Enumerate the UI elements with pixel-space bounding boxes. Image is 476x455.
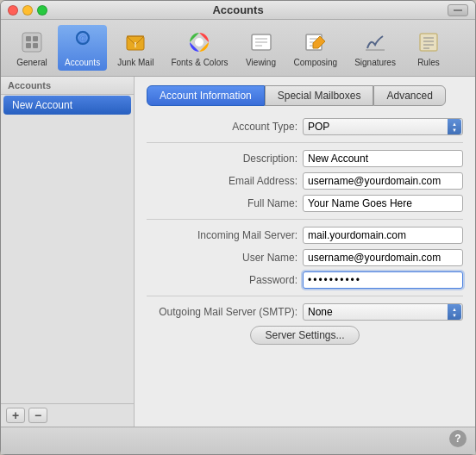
sidebar-footer: + −: [1, 403, 134, 427]
username-input[interactable]: [303, 249, 463, 266]
composing-icon: [302, 28, 329, 56]
tab-special-mailboxes[interactable]: Special Mailboxes: [265, 85, 374, 106]
general-label: General: [16, 58, 47, 67]
toolbar-accounts[interactable]: @ Accounts: [58, 25, 107, 71]
fonts-colors-icon: [185, 28, 213, 56]
form-row-incoming: Incoming Mail Server:: [147, 227, 463, 244]
close-button[interactable]: [8, 5, 18, 16]
password-input[interactable]: [303, 271, 463, 289]
svg-point-13: [195, 38, 204, 47]
server-settings-button[interactable]: Server Settings...: [250, 326, 359, 345]
form-row-account-type: Account Type: POP IMAP: [147, 118, 463, 135]
divider-1: [147, 142, 463, 143]
sidebar-list: New Account: [1, 95, 134, 403]
composing-label: Composing: [294, 58, 338, 67]
svg-rect-4: [26, 43, 31, 48]
viewing-icon: [247, 28, 275, 56]
maximize-button[interactable]: [37, 5, 47, 16]
outgoing-label: Outgoing Mail Server (SMTP):: [147, 306, 298, 318]
outgoing-select[interactable]: None smtp.yourdomain.com: [303, 303, 463, 321]
tab-advanced[interactable]: Advanced: [373, 85, 445, 106]
sidebar: Accounts New Account + −: [1, 77, 135, 427]
rules-icon: [415, 28, 442, 56]
tab-bar: Account Information Special Mailboxes Ad…: [147, 85, 463, 106]
form-row-outgoing: Outgoing Mail Server (SMTP): None smtp.y…: [147, 303, 463, 321]
svg-text:!: !: [135, 41, 137, 49]
form-row-fullname: Full Name:: [147, 195, 463, 212]
general-icon: [18, 28, 46, 56]
svg-rect-5: [33, 43, 38, 48]
signatures-icon: [361, 28, 389, 56]
email-input[interactable]: [303, 172, 463, 190]
account-type-label: Account Type:: [147, 121, 298, 133]
sidebar-header: Accounts: [1, 77, 134, 95]
svg-rect-3: [33, 36, 38, 41]
sidebar-item-label: New Account: [12, 99, 72, 111]
password-label: Password:: [147, 274, 298, 286]
username-label: User Name:: [147, 252, 298, 264]
toolbar-general[interactable]: General: [9, 25, 54, 71]
minimize-button[interactable]: [22, 5, 33, 16]
divider-2: [147, 219, 463, 220]
remove-account-button[interactable]: −: [28, 408, 47, 423]
svg-rect-1: [22, 33, 41, 52]
fullname-input[interactable]: [303, 195, 463, 212]
fonts-colors-label: Fonts & Colors: [171, 58, 228, 67]
toolbar-composing[interactable]: Composing: [287, 25, 345, 71]
bottom-bar: ?: [1, 427, 475, 454]
accounts-icon: @: [69, 28, 97, 56]
server-settings-row: Server Settings...: [147, 326, 463, 345]
toolbar: General @ Accounts ! Junk Mail: [1, 20, 475, 77]
accounts-label: Accounts: [65, 58, 100, 67]
svg-rect-2: [26, 36, 31, 41]
form-row-description: Description:: [147, 150, 463, 167]
incoming-label: Incoming Mail Server:: [147, 229, 298, 241]
toolbar-junkmail[interactable]: ! Junk Mail: [110, 25, 160, 71]
signatures-label: Signatures: [354, 58, 396, 67]
description-input[interactable]: [303, 150, 463, 167]
form-row-email: Email Address:: [147, 172, 463, 190]
collapse-widget[interactable]: [448, 4, 468, 16]
viewing-label: Viewing: [246, 58, 276, 67]
add-account-button[interactable]: +: [6, 408, 25, 423]
form-row-password: Password:: [147, 271, 463, 289]
main-content: Accounts New Account + − Account Informa…: [1, 77, 475, 427]
toolbar-signatures[interactable]: Signatures: [348, 25, 403, 71]
divider-3: [147, 296, 463, 296]
toolbar-viewing[interactable]: Viewing: [239, 25, 284, 71]
window-title: Accounts: [212, 3, 263, 16]
toolbar-fonts-colors[interactable]: Fonts & Colors: [164, 25, 235, 71]
junkmail-label: Junk Mail: [117, 58, 153, 67]
incoming-input[interactable]: [303, 227, 463, 244]
description-label: Description:: [147, 153, 298, 165]
form-section-basic: Account Type: POP IMAP Description:: [147, 118, 463, 345]
tab-account-information[interactable]: Account Information: [147, 85, 265, 106]
traffic-lights: [8, 5, 47, 16]
junkmail-icon: !: [122, 28, 149, 56]
sidebar-item-new-account[interactable]: New Account: [3, 96, 131, 115]
account-type-select-wrapper: POP IMAP: [303, 118, 463, 135]
titlebar: Accounts: [1, 1, 475, 20]
detail-panel: Account Information Special Mailboxes Ad…: [135, 77, 475, 427]
rules-label: Rules: [417, 58, 440, 67]
help-button[interactable]: ?: [449, 430, 467, 447]
email-label: Email Address:: [147, 175, 298, 187]
form-row-username: User Name:: [147, 249, 463, 266]
outgoing-select-wrapper: None smtp.yourdomain.com: [303, 303, 463, 321]
fullname-label: Full Name:: [147, 197, 298, 209]
toolbar-rules[interactable]: Rules: [406, 25, 451, 71]
svg-text:@: @: [78, 34, 87, 43]
main-window: Accounts General: [0, 0, 476, 455]
account-type-select[interactable]: POP IMAP: [303, 118, 463, 135]
